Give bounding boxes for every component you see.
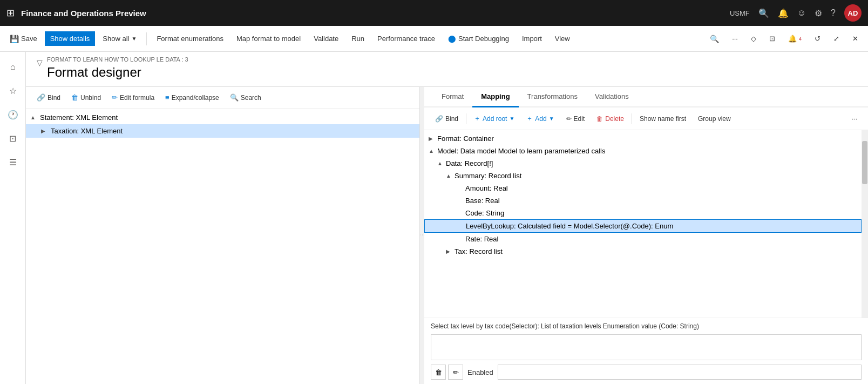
show-details-button[interactable]: Show details bbox=[45, 31, 96, 46]
badge-icon[interactable]: 🔔4 bbox=[783, 31, 807, 46]
tree-item-statement[interactable]: ▲ Statement: XML Element bbox=[26, 111, 419, 124]
view-button[interactable]: View bbox=[550, 31, 575, 46]
sidebar-star-icon[interactable]: ☆ bbox=[2, 80, 24, 102]
validate-button[interactable]: Validate bbox=[308, 31, 344, 46]
smiley-icon[interactable]: ☺ bbox=[797, 8, 806, 18]
data-item-levelbylookup[interactable]: LevelByLookup: Calculated field = Model.… bbox=[424, 219, 862, 233]
data-item-model[interactable]: ▲ Model: Data model Model to learn param… bbox=[424, 145, 862, 157]
help-icon[interactable]: ? bbox=[831, 8, 836, 18]
expand-collapse-button[interactable]: ≡ Expand/collapse bbox=[161, 91, 223, 104]
group-view-button[interactable]: Group view bbox=[694, 113, 735, 125]
tree-area: ▲ Statement: XML Element ▶ Taxation: XML… bbox=[26, 109, 419, 384]
tab-mapping[interactable]: Mapping bbox=[472, 87, 518, 107]
enabled-input[interactable] bbox=[498, 365, 862, 380]
map-format-to-model-button[interactable]: Map format to model bbox=[231, 31, 306, 46]
resize-handle[interactable]: ⋮ bbox=[420, 87, 424, 384]
format-enumerations-button[interactable]: Format enumerations bbox=[151, 31, 229, 46]
label-format-container: Format: Container bbox=[437, 134, 494, 143]
diamond-icon[interactable]: ◇ bbox=[745, 31, 762, 46]
sidebar-clock-icon[interactable]: 🕐 bbox=[2, 104, 24, 125]
app-title: Finance and Operations Preview bbox=[21, 9, 723, 18]
settings-icon[interactable]: ⚙ bbox=[815, 8, 822, 18]
tree-arrow-taxation[interactable]: ▶ bbox=[41, 128, 49, 134]
edit-enabled-button[interactable]: ✏ bbox=[448, 365, 463, 380]
close-icon[interactable]: ✕ bbox=[847, 31, 864, 46]
import-button[interactable]: Import bbox=[517, 31, 547, 46]
trash-icon3: 🗑 bbox=[435, 368, 442, 376]
label-amount: Amount: Real bbox=[465, 184, 508, 192]
mapping-bind-button[interactable]: 🔗 Bind bbox=[431, 113, 463, 125]
search-icon2: 🔍 bbox=[230, 93, 239, 102]
performance-trace-button[interactable]: Performance trace bbox=[372, 31, 440, 46]
search-icon[interactable]: 🔍 bbox=[758, 8, 769, 18]
bell-icon[interactable]: 🔔 bbox=[778, 8, 789, 18]
left-sidebar: ⌂ ☆ 🕐 ⊡ ☰ bbox=[0, 52, 26, 384]
chevron-down-icon: ▼ bbox=[132, 36, 137, 42]
link-icon2: 🔗 bbox=[435, 115, 443, 123]
link-icon: 🔗 bbox=[37, 93, 45, 102]
edit-button[interactable]: ✏ Edit bbox=[562, 113, 589, 125]
data-item-rate[interactable]: Rate: Real bbox=[424, 233, 862, 245]
map-sep1 bbox=[466, 113, 466, 124]
data-item-tax[interactable]: ▶ Tax: Record list bbox=[424, 245, 862, 258]
arrow-format: ▶ bbox=[429, 136, 435, 142]
show-name-first-button[interactable]: Show name first bbox=[635, 113, 690, 125]
pencil-icon: ✏ bbox=[112, 93, 118, 102]
sidebar-list-icon[interactable]: ☰ bbox=[2, 151, 24, 173]
topbar-right: USMF 🔍 🔔 ☺ ⚙ ? AD bbox=[730, 4, 862, 22]
bind-button[interactable]: 🔗 Bind bbox=[32, 91, 65, 104]
grid-icon[interactable]: ⊞ bbox=[6, 7, 15, 19]
expand-icon[interactable]: ⤢ bbox=[828, 31, 845, 46]
tab-transformations[interactable]: Transformations bbox=[519, 87, 586, 107]
formula-box[interactable] bbox=[431, 334, 862, 360]
mapping-toolbar: 🔗 Bind ＋ Add root ▼ ＋ Add ▼ bbox=[424, 107, 868, 130]
tab-validations[interactable]: Validations bbox=[586, 87, 638, 107]
map-sep2 bbox=[632, 113, 632, 124]
sidebar-home-icon[interactable]: ⌂ bbox=[2, 56, 24, 78]
more-icon[interactable]: ··· bbox=[727, 31, 743, 46]
search-icon-action[interactable]: 🔍 bbox=[704, 31, 724, 46]
label-summary: Summary: Record list bbox=[455, 172, 521, 180]
delete-button[interactable]: 🗑 Delete bbox=[592, 113, 628, 125]
save-button[interactable]: 💾 Save bbox=[4, 31, 43, 46]
label-base: Base: Real bbox=[465, 197, 500, 205]
page-title: Format designer bbox=[47, 65, 188, 80]
data-item-data[interactable]: ▲ Data: Record[!] bbox=[424, 157, 862, 170]
add-button[interactable]: ＋ Add ▼ bbox=[522, 112, 558, 125]
pencil-icon2: ✏ bbox=[566, 115, 572, 123]
scrollbar-thumb[interactable] bbox=[862, 141, 867, 184]
tab-format[interactable]: Format bbox=[433, 87, 472, 107]
sidebar-calendar-icon[interactable]: ⊡ bbox=[2, 127, 24, 149]
label-tax: Tax: Record list bbox=[455, 247, 503, 255]
split-icon[interactable]: ⊡ bbox=[764, 31, 781, 46]
content-body: 🔗 Bind 🗑 Unbind ✏ Edit formula ≡ Expand/… bbox=[26, 87, 868, 384]
start-debugging-button[interactable]: ⬤ Start Debugging bbox=[443, 31, 514, 46]
filter-icon[interactable]: ▽ bbox=[37, 58, 43, 67]
delete-enabled-button[interactable]: 🗑 bbox=[431, 365, 446, 380]
tree-item-taxation[interactable]: ▶ Taxation: XML Element bbox=[26, 124, 419, 138]
enabled-label: Enabled bbox=[467, 368, 493, 376]
chevron-down-icon2: ▼ bbox=[509, 116, 514, 122]
tree-arrow-statement[interactable]: ▲ bbox=[30, 114, 38, 120]
data-tree: ▶ Format: Container ▲ Model: Data model … bbox=[424, 130, 862, 318]
run-button[interactable]: Run bbox=[346, 31, 370, 46]
avatar[interactable]: AD bbox=[844, 4, 862, 22]
show-all-button[interactable]: Show all ▼ bbox=[97, 31, 142, 46]
data-item-summary[interactable]: ▲ Summary: Record list bbox=[424, 170, 862, 182]
data-item-code[interactable]: Code: String bbox=[424, 207, 862, 219]
bottom-section: Select tax level by tax code(Selector): … bbox=[424, 318, 868, 384]
edit-formula-button[interactable]: ✏ Edit formula bbox=[107, 91, 159, 104]
scrollbar-track[interactable] bbox=[862, 130, 868, 318]
actionbar: 💾 Save Show details Show all ▼ Format en… bbox=[0, 26, 868, 52]
search-button[interactable]: 🔍 Search bbox=[226, 91, 266, 104]
separator1 bbox=[146, 32, 147, 45]
data-item-base[interactable]: Base: Real bbox=[424, 194, 862, 207]
unbind-button[interactable]: 🗑 Unbind bbox=[67, 91, 105, 104]
tabs-bar: Format Mapping Transformations Validatio… bbox=[424, 87, 868, 107]
more-options-button[interactable]: ··· bbox=[847, 113, 862, 125]
refresh-icon[interactable]: ↺ bbox=[809, 31, 826, 46]
add-root-button[interactable]: ＋ Add root ▼ bbox=[470, 112, 519, 125]
tree-label-taxation: Taxation: XML Element bbox=[51, 127, 415, 135]
data-item-amount[interactable]: Amount: Real bbox=[424, 182, 862, 194]
data-item-format-container[interactable]: ▶ Format: Container bbox=[424, 132, 862, 145]
